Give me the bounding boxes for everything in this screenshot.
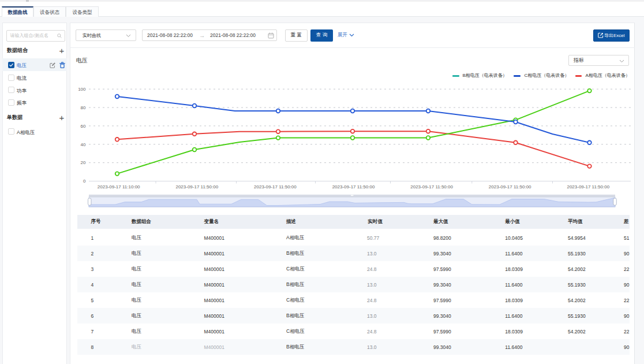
svg-text:2023-09-17 11:50:00: 2023-09-17 11:50:00	[410, 184, 453, 190]
svg-text:2023-09-17 11:50:00: 2023-09-17 11:50:00	[332, 184, 375, 190]
svg-text:2023-09-17 11:10:00: 2023-09-17 11:10:00	[98, 184, 140, 190]
svg-text:20: 20	[81, 160, 86, 165]
svg-text:80: 80	[81, 105, 86, 110]
svg-text:2023-09-17 11:50:00: 2023-09-17 11:50:00	[254, 184, 297, 190]
svg-text:2023-09-17 11:50:00: 2023-09-17 11:50:00	[489, 184, 531, 190]
svg-text:60: 60	[81, 124, 86, 129]
svg-text:40: 40	[81, 142, 86, 147]
svg-text:2023-09-17 11:50:00: 2023-09-17 11:50:00	[175, 184, 218, 190]
svg-text:100: 100	[78, 87, 86, 92]
svg-text:2023-09-17 11:50:00: 2023-09-17 11:50:00	[567, 184, 609, 190]
svg-text:0: 0	[83, 179, 86, 184]
